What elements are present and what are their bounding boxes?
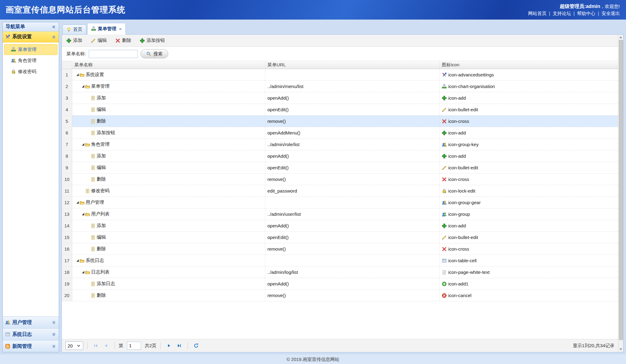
table-row[interactable]: 20删除remove()icon-cancel [62, 290, 618, 301]
tab-close-icon[interactable]: × [119, 26, 122, 31]
toolbar-button-添加[interactable]: 添加 [66, 38, 82, 43]
accordion-header-系统日志[interactable]: 系统日志 [3, 328, 59, 340]
table-row[interactable]: 13用户列表../admin/user/listicon-group [62, 208, 618, 220]
page-size-select[interactable]: 20 [65, 341, 83, 350]
sidebar-item-修改密码[interactable]: 修改密码 [3, 66, 59, 77]
table-row[interactable]: 8添加openAdd()icon-add [62, 150, 618, 162]
icon-name-text: icon-add [448, 153, 466, 159]
welcome-text: 超级管理员:admin，欢迎您! [528, 3, 620, 10]
search-button[interactable]: 搜索 [140, 49, 168, 58]
chev-down2-icon [51, 344, 56, 349]
column-header-icon[interactable]: 图标icon [440, 61, 618, 69]
table-row[interactable]: 15编辑openEdit()icon-bullet-edit [62, 232, 618, 243]
scroll-up-button[interactable] [620, 35, 622, 39]
table-row[interactable]: 10删除remove()icon-cross [62, 174, 618, 185]
search-input[interactable] [89, 50, 138, 58]
add-icon [442, 131, 447, 135]
table-row[interactable]: 4编辑openEdit()icon-bullet-edit [62, 104, 618, 116]
lock-edit-icon [442, 189, 447, 193]
header-link-1[interactable]: 支持论坛 [553, 11, 571, 16]
toolbar-button-编辑[interactable]: 编辑 [91, 38, 107, 43]
menu-url-text: openAddMenu() [267, 130, 300, 135]
refresh-button[interactable] [192, 342, 200, 350]
page-icon [91, 107, 95, 112]
icon-name-text: icon-table-cell [448, 258, 477, 263]
table-row[interactable]: 5删除remove()icon-cross [62, 116, 618, 127]
table-row[interactable]: 9编辑openEdit()icon-bullet-edit [62, 162, 618, 174]
cell-menu-url: ../admin/user/list [265, 208, 440, 220]
toolbar-button-添加按钮[interactable]: 添加按钮 [140, 38, 165, 43]
vertical-scrollbar[interactable] [618, 35, 623, 352]
column-header-url[interactable]: 菜单URL [265, 61, 440, 69]
sidebar-collapse-icon[interactable] [51, 24, 56, 29]
icon-name-text: icon-advancedsettings [448, 72, 494, 77]
cell-menu-url: openEdit() [265, 104, 440, 115]
menu-name-text: 日志列表 [91, 269, 110, 275]
folder-icon [85, 142, 90, 147]
tab-首页[interactable]: 首页 [62, 24, 86, 35]
group-gear-icon [442, 200, 447, 205]
search-button-label: 搜索 [153, 51, 162, 57]
table-row[interactable]: 14添加openAdd()icon-add [62, 220, 618, 232]
table-row[interactable]: 17系统日志icon-table-cell [62, 255, 618, 267]
prev-page-icon [104, 343, 109, 348]
column-header-name[interactable]: 菜单名称 [72, 61, 265, 69]
page-icon [91, 165, 95, 170]
table-row[interactable]: 16删除remove()icon-cross [62, 243, 618, 255]
main-area: 首页菜单管理× 添加编辑删除添加按钮 菜单名称: 搜索 菜单名称 菜单URL 图… [61, 22, 624, 352]
cell-menu-name: 添加日志 [72, 278, 265, 289]
cell-icon: icon-advancedsettings [440, 69, 618, 80]
accordion-header-用户管理[interactable]: 用户管理 [3, 316, 59, 328]
table-row[interactable]: 12用户管理icon-group-gear [62, 197, 618, 208]
table-row[interactable]: 11修改密码edit_passwordicon-lock-edit [62, 185, 618, 197]
accordion-header-新闻管理[interactable]: 新闻管理 [3, 340, 59, 352]
last-page-button[interactable] [175, 342, 184, 350]
cell-menu-url: openAddMenu() [265, 127, 440, 138]
row-number: 20 [62, 290, 72, 301]
pager-separator [160, 342, 161, 349]
icon-name-text: icon-add [448, 223, 466, 228]
table-cell-icon [442, 258, 447, 263]
page-number-input[interactable] [127, 342, 141, 350]
page-icon [91, 96, 95, 101]
group-key-icon [442, 142, 447, 147]
scrollbar-thumb[interactable] [619, 40, 623, 340]
refresh-icon [194, 343, 199, 348]
menu-url-text: remove() [267, 293, 286, 298]
menu-url-text: openEdit() [267, 107, 289, 112]
first-page-button[interactable] [91, 342, 100, 350]
table-row[interactable]: 1系统设置icon-advancedsettings [62, 69, 618, 81]
tri-icon [81, 85, 85, 88]
prev-page-button[interactable] [102, 342, 110, 350]
table-row[interactable]: 6添加按钮openAddMenu()icon-add [62, 127, 618, 139]
chev-down2-icon [51, 332, 56, 337]
table-row[interactable]: 2菜单管理../admin/menu/listicon-chart-organi… [62, 81, 618, 92]
table-row[interactable]: 7角色管理../admin/role/listicon-group-key [62, 139, 618, 150]
tab-content-panel: 添加编辑删除添加按钮 菜单名称: 搜索 菜单名称 菜单URL 图标icon 1系… [61, 34, 624, 352]
page-prefix: 第 [119, 343, 123, 349]
next-page-button[interactable] [165, 342, 173, 350]
toolbar-button-删除[interactable]: 删除 [115, 38, 131, 43]
sidebar-item-菜单管理[interactable]: 菜单管理 [4, 44, 58, 55]
cancel-icon [442, 293, 447, 298]
tab-菜单管理[interactable]: 菜单管理× [87, 23, 126, 35]
icon-name-text: icon-bullet-edit [448, 107, 478, 112]
header-link-0[interactable]: 网站首页 [528, 11, 546, 16]
table-row[interactable]: 18日志列表../admin/log/listicon-page-white-t… [62, 267, 618, 278]
header-link-3[interactable]: 安全退出 [602, 11, 620, 16]
bullet-edit-icon [442, 165, 447, 170]
menu-name-text: 编辑 [97, 107, 106, 112]
menu-name-text: 删除 [97, 292, 106, 298]
cell-icon: icon-table-cell [440, 255, 618, 266]
header-link-2[interactable]: 帮助中心 [577, 11, 595, 16]
app-header: 画室宣传信息网站后台管理系统 超级管理员:admin，欢迎您! 网站首页|支持论… [0, 0, 626, 20]
cell-icon: icon-cross [440, 243, 618, 255]
datagrid-toolbar: 添加编辑删除添加按钮 [62, 35, 618, 47]
sidebar-item-角色管理[interactable]: 角色管理 [3, 55, 59, 66]
table-row[interactable]: 3添加openAdd()icon-add [62, 92, 618, 104]
menu-url-text: ../admin/role/list [267, 142, 300, 147]
scroll-down-button[interactable] [620, 347, 622, 351]
accordion-header-系统设置[interactable]: 系统设置 [3, 31, 59, 42]
row-number: 11 [62, 185, 72, 197]
table-row[interactable]: 19添加日志openAdd()icon-add1 [62, 278, 618, 290]
